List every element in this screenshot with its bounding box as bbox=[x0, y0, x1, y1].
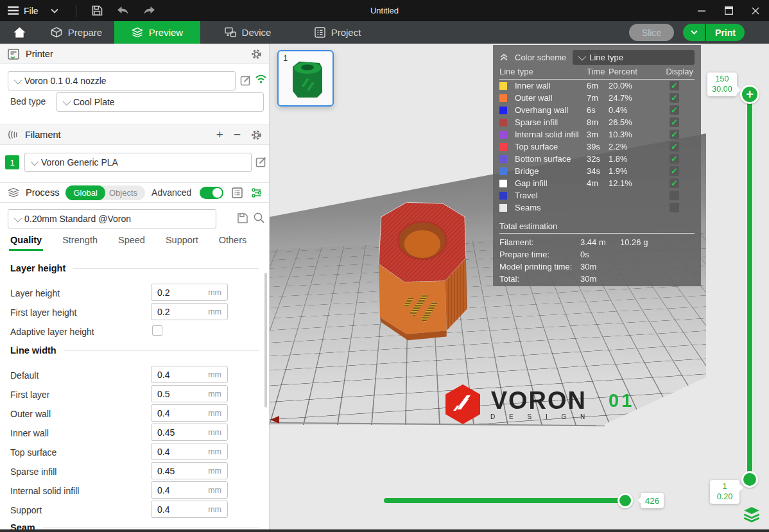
chevron-down-icon bbox=[14, 76, 22, 84]
legend-divider bbox=[499, 233, 695, 234]
print-button[interactable]: Print bbox=[706, 24, 745, 41]
layer-slider-top-tooltip: 150 30.00 bbox=[707, 73, 737, 96]
legend-row: Inner wall 6m 20.0% ✓ bbox=[499, 80, 695, 92]
close-button[interactable] bbox=[742, 0, 769, 21]
display-checkbox[interactable]: ✓ bbox=[670, 93, 679, 103]
display-checkbox[interactable]: ✓ bbox=[670, 166, 679, 176]
process-list-icon[interactable] bbox=[232, 187, 243, 198]
line-type-legend-panel: Color scheme Line type Line type Time Pe… bbox=[493, 45, 701, 286]
tab-others[interactable]: Others bbox=[219, 235, 247, 245]
linetype-swatch bbox=[499, 155, 507, 163]
display-checkbox[interactable]: ✓ bbox=[670, 178, 679, 188]
minimize-button[interactable] bbox=[688, 0, 715, 21]
layer-slider-handle[interactable] bbox=[741, 471, 758, 488]
filament-preset-select[interactable]: Voron Generic PLA bbox=[24, 153, 252, 172]
tab-speed[interactable]: Speed bbox=[118, 235, 145, 245]
linetype-swatch bbox=[499, 204, 507, 212]
lw-inner-wall-input[interactable]: 0.45mm bbox=[151, 424, 228, 441]
filament-settings-gear-icon[interactable] bbox=[251, 130, 262, 141]
tab-prepare[interactable]: Prepare bbox=[39, 21, 114, 44]
tab-prepare-label: Prepare bbox=[68, 27, 102, 38]
display-checkbox[interactable] bbox=[670, 203, 679, 212]
sliced-model[interactable] bbox=[369, 196, 475, 341]
printer-wifi-icon[interactable] bbox=[255, 74, 267, 84]
lw-first-layer-input[interactable]: 0.5mm bbox=[151, 385, 228, 402]
home-button[interactable] bbox=[6, 21, 32, 44]
filament-preset-value: Voron Generic PLA bbox=[41, 157, 118, 167]
screen-bottom-edge bbox=[0, 529, 769, 532]
filament-slot-badge[interactable]: 1 bbox=[5, 155, 19, 169]
print-dropdown-button[interactable] bbox=[683, 24, 705, 41]
maximize-button[interactable] bbox=[715, 0, 742, 21]
filament-edit-icon[interactable] bbox=[255, 156, 267, 167]
advanced-toggle[interactable] bbox=[200, 187, 223, 199]
printer-preset-select[interactable]: Voron 0.1 0.4 nozzle bbox=[8, 71, 236, 90]
lw-first-layer-label: First layer bbox=[10, 390, 49, 400]
layer-slider-add-button[interactable]: + bbox=[740, 85, 759, 104]
linetype-swatch bbox=[499, 94, 507, 102]
project-icon bbox=[315, 27, 325, 38]
add-filament-icon[interactable]: + bbox=[216, 128, 223, 142]
slice-button[interactable]: Slice bbox=[629, 24, 674, 41]
layer-view-mode-icon[interactable] bbox=[743, 505, 761, 523]
display-checkbox[interactable]: ✓ bbox=[670, 142, 679, 151]
tab-preview[interactable]: Preview bbox=[114, 21, 200, 44]
process-save-icon[interactable] bbox=[237, 212, 248, 224]
lw-outer-wall-label: Outer wall bbox=[10, 409, 51, 419]
move-slider-track[interactable] bbox=[384, 498, 632, 503]
lw-internal-solid-infill-input[interactable]: 0.4mm bbox=[151, 481, 228, 499]
adaptive-layer-height-checkbox[interactable] bbox=[152, 325, 162, 336]
process-header: Process Global Objects Advanced bbox=[0, 182, 270, 203]
titlebar: File Untitled bbox=[0, 0, 769, 21]
printer-header: Printer bbox=[0, 44, 270, 64]
voron-logo-subtext: D E S I G N bbox=[487, 414, 591, 420]
main-tabbar: Prepare Preview Device Project Slice Pri… bbox=[0, 21, 769, 44]
tab-quality[interactable]: Quality bbox=[10, 235, 42, 245]
lw-outer-wall-input[interactable]: 0.4mm bbox=[151, 404, 228, 422]
sidebar-scrollbar[interactable] bbox=[264, 273, 267, 408]
lw-default-input[interactable]: 0.4mm bbox=[151, 366, 228, 383]
color-scheme-select[interactable]: Line type bbox=[573, 50, 695, 65]
collapse-panel-icon[interactable] bbox=[499, 53, 508, 61]
preview-3d-viewport[interactable]: VORON D E S I G N 01 bbox=[270, 44, 769, 529]
bed-type-select[interactable]: Cool Plate bbox=[56, 92, 264, 112]
tab-support[interactable]: Support bbox=[166, 235, 198, 245]
seam-section: Seam bbox=[10, 522, 259, 529]
adaptive-layer-height-label: Adaptive layer height bbox=[10, 327, 94, 337]
chevron-down-icon bbox=[14, 214, 22, 222]
layer-slider-bottom-tooltip: 1 0.20 bbox=[710, 480, 739, 504]
tab-project[interactable]: Project bbox=[302, 21, 374, 44]
process-preset-select[interactable]: 0.20mm Standard @Voron bbox=[8, 209, 216, 228]
cube-icon bbox=[51, 27, 62, 38]
layer-slider-track[interactable] bbox=[747, 92, 753, 477]
printer-edit-icon[interactable] bbox=[240, 74, 252, 86]
global-objects-toggle[interactable]: Global Objects bbox=[65, 185, 145, 200]
process-search-icon[interactable] bbox=[253, 212, 265, 224]
tab-device[interactable]: Device bbox=[212, 21, 284, 44]
legend-row: Internal solid infill 3m 10.3% ✓ bbox=[499, 128, 695, 141]
lw-sparse-infill-input[interactable]: 0.45mm bbox=[151, 462, 228, 479]
display-checkbox[interactable]: ✓ bbox=[670, 130, 679, 139]
layer-height-label: Layer height bbox=[10, 288, 60, 298]
plate-thumbnail[interactable]: 1 bbox=[277, 50, 334, 107]
display-checkbox[interactable]: ✓ bbox=[670, 117, 679, 127]
display-checkbox[interactable] bbox=[670, 191, 679, 200]
tab-strength[interactable]: Strength bbox=[62, 235, 98, 245]
display-checkbox[interactable]: ✓ bbox=[670, 154, 679, 164]
move-slider-handle[interactable] bbox=[618, 493, 633, 508]
total-row: Prepare time:0s bbox=[499, 248, 695, 261]
remove-filament-icon[interactable]: − bbox=[234, 128, 241, 142]
total-row: Total:30m bbox=[499, 273, 695, 285]
segment-objects[interactable]: Objects bbox=[105, 188, 145, 198]
tab-preview-label: Preview bbox=[149, 27, 183, 38]
layer-height-input[interactable]: 0.2mm bbox=[151, 284, 228, 301]
display-checkbox[interactable]: ✓ bbox=[670, 105, 679, 115]
bed-type-value: Cool Plate bbox=[73, 97, 115, 107]
printer-settings-gear-icon[interactable] bbox=[251, 49, 262, 60]
display-checkbox[interactable]: ✓ bbox=[670, 81, 679, 90]
parameter-table-icon[interactable] bbox=[251, 187, 263, 198]
first-layer-height-input[interactable]: 0.2mm bbox=[151, 303, 228, 320]
lw-top-surface-input[interactable]: 0.4mm bbox=[151, 443, 228, 460]
segment-global[interactable]: Global bbox=[65, 185, 105, 200]
lw-support-input[interactable]: 0.4mm bbox=[151, 501, 228, 518]
